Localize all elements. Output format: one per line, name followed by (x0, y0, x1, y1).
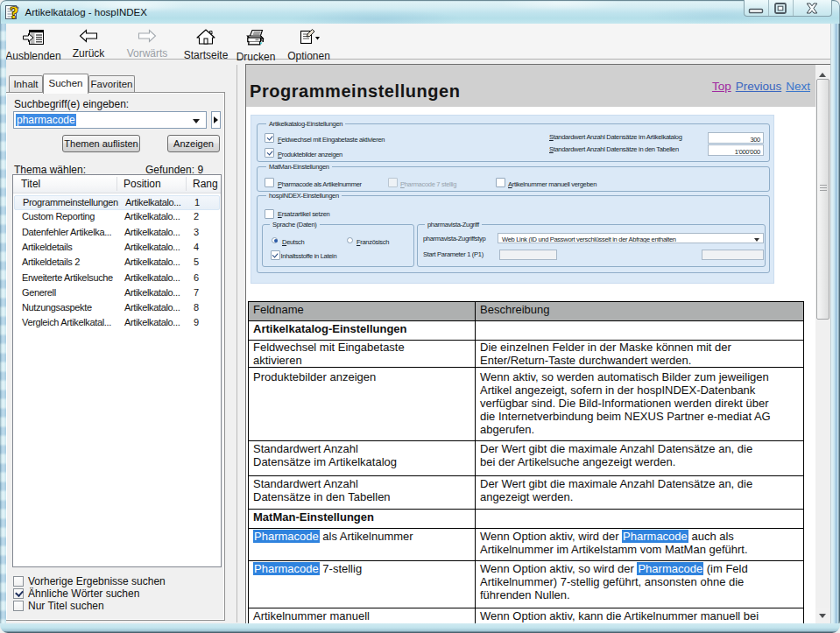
svg-text:?: ? (11, 4, 19, 20)
